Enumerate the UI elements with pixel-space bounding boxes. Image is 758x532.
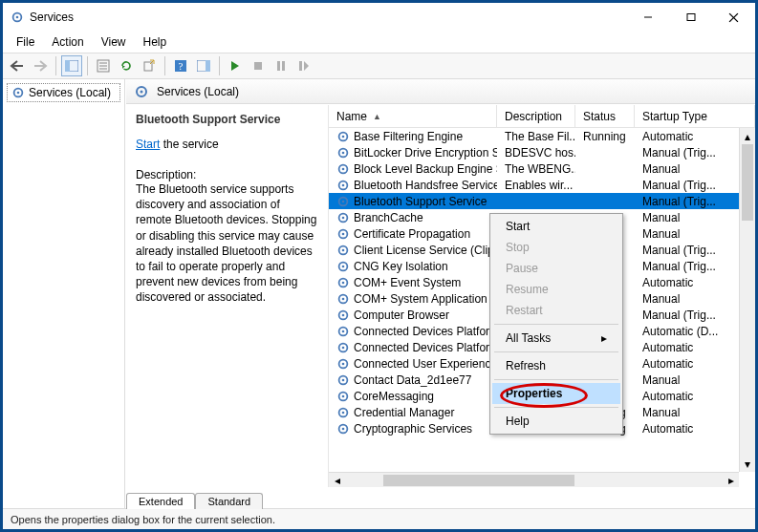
service-name: Connected Devices Platform ... bbox=[354, 341, 497, 354]
cm-refresh[interactable]: Refresh bbox=[492, 355, 620, 376]
service-row[interactable]: Base Filtering EngineThe Base Fil...Runn… bbox=[329, 128, 739, 144]
start-service-button[interactable] bbox=[225, 55, 246, 76]
scrollbar-thumb-h[interactable] bbox=[383, 475, 574, 486]
properties-button[interactable] bbox=[93, 55, 114, 76]
chevron-right-icon: ▸ bbox=[601, 331, 607, 345]
svg-rect-18 bbox=[277, 61, 280, 71]
svg-point-22 bbox=[17, 92, 20, 95]
service-icon bbox=[336, 341, 350, 354]
service-icon bbox=[336, 244, 350, 257]
service-name: Credential Manager bbox=[354, 406, 454, 419]
svg-rect-20 bbox=[299, 61, 302, 71]
cm-help[interactable]: Help bbox=[492, 411, 620, 432]
service-icon bbox=[336, 227, 350, 241]
service-icon bbox=[336, 162, 350, 176]
service-startup: Automatic bbox=[635, 276, 739, 289]
services-window: Services File Action View Help ? bbox=[0, 0, 758, 532]
menu-help[interactable]: Help bbox=[136, 33, 175, 51]
close-button[interactable] bbox=[712, 3, 755, 32]
svg-rect-7 bbox=[65, 60, 70, 72]
service-name: Connected Devices Platform ... bbox=[354, 325, 497, 338]
pause-service-button[interactable] bbox=[271, 55, 292, 76]
show-hide-action-button[interactable] bbox=[193, 55, 214, 76]
cm-start[interactable]: Start bbox=[492, 216, 620, 237]
cm-all-tasks[interactable]: All Tasks▸ bbox=[492, 328, 620, 349]
menu-action[interactable]: Action bbox=[44, 33, 91, 51]
show-hide-tree-button[interactable] bbox=[61, 55, 82, 76]
service-row[interactable]: Block Level Backup Engine Se...The WBENG… bbox=[329, 160, 739, 177]
title-bar: Services bbox=[3, 3, 755, 32]
help-button[interactable]: ? bbox=[170, 55, 191, 76]
svg-rect-16 bbox=[206, 60, 210, 72]
service-name: Contact Data_2d1ee77 bbox=[354, 373, 471, 387]
restart-service-button[interactable] bbox=[293, 55, 314, 76]
service-status: Running bbox=[575, 130, 635, 143]
column-description[interactable]: Description bbox=[497, 105, 575, 127]
service-row[interactable]: Bluetooth Support ServiceManual (Trig... bbox=[329, 193, 739, 209]
menu-bar: File Action View Help bbox=[3, 32, 755, 53]
menu-view[interactable]: View bbox=[94, 33, 134, 51]
maximize-button[interactable] bbox=[669, 3, 712, 32]
service-icon bbox=[336, 357, 350, 371]
service-row[interactable]: BitLocker Drive Encryption Se...BDESVC h… bbox=[329, 144, 739, 160]
sort-asc-icon: ▲ bbox=[373, 112, 381, 121]
service-name: BitLocker Drive Encryption Se... bbox=[354, 146, 497, 160]
svg-point-26 bbox=[342, 135, 345, 138]
refresh-button[interactable] bbox=[116, 55, 137, 76]
minimize-button[interactable] bbox=[626, 3, 669, 32]
cm-properties[interactable]: Properties bbox=[492, 383, 620, 404]
scroll-down-icon[interactable]: ▾ bbox=[740, 456, 755, 472]
service-name: BranchCache bbox=[354, 211, 423, 224]
forward-button[interactable] bbox=[30, 55, 51, 76]
service-icon bbox=[336, 390, 350, 403]
service-startup: Manual bbox=[635, 373, 739, 387]
service-name: Base Filtering Engine bbox=[354, 130, 463, 143]
service-icon bbox=[336, 373, 350, 387]
service-name: Certificate Propagation bbox=[354, 227, 470, 241]
view-tabs: Extended Standard bbox=[126, 487, 755, 508]
scroll-right-icon[interactable]: ▸ bbox=[723, 473, 739, 488]
column-status[interactable]: Status bbox=[575, 105, 635, 127]
svg-point-38 bbox=[342, 232, 345, 235]
tree-item-services-local[interactable]: Services (Local) bbox=[7, 83, 120, 102]
back-button[interactable] bbox=[7, 55, 28, 76]
content-header: Services (Local) bbox=[126, 79, 755, 104]
scrollbar-thumb[interactable] bbox=[742, 144, 753, 221]
stop-service-button[interactable] bbox=[248, 55, 269, 76]
svg-point-46 bbox=[342, 297, 345, 300]
svg-point-60 bbox=[342, 411, 345, 414]
cm-restart: Restart bbox=[492, 300, 620, 321]
service-icon bbox=[336, 276, 350, 289]
svg-rect-19 bbox=[282, 61, 285, 71]
start-service-link[interactable]: Start bbox=[136, 138, 160, 151]
export-button[interactable] bbox=[139, 55, 160, 76]
service-icon bbox=[336, 292, 350, 306]
vertical-scrollbar[interactable]: ▴ ▾ bbox=[739, 128, 755, 472]
app-icon bbox=[11, 11, 24, 24]
service-icon bbox=[336, 406, 350, 419]
tab-extended[interactable]: Extended bbox=[126, 493, 195, 509]
horizontal-scrollbar[interactable]: ◂ ▸ bbox=[329, 472, 739, 488]
tree-item-label: Services (Local) bbox=[29, 86, 111, 99]
svg-point-32 bbox=[342, 183, 345, 186]
scroll-left-icon[interactable]: ◂ bbox=[329, 473, 345, 488]
tab-standard[interactable]: Standard bbox=[195, 493, 263, 509]
column-name[interactable]: Name▲ bbox=[329, 105, 497, 127]
start-suffix: the service bbox=[160, 138, 218, 151]
svg-point-36 bbox=[342, 216, 345, 219]
svg-point-56 bbox=[342, 378, 345, 381]
service-icon bbox=[336, 195, 350, 208]
service-startup: Automatic bbox=[635, 130, 739, 143]
service-startup: Manual bbox=[635, 162, 739, 176]
service-startup: Automatic bbox=[635, 341, 739, 354]
column-startup[interactable]: Startup Type bbox=[635, 105, 755, 127]
service-name: Client License Service (ClipSV bbox=[354, 244, 497, 257]
svg-point-62 bbox=[342, 427, 345, 430]
service-startup: Manual (Trig... bbox=[635, 146, 739, 160]
toolbar: ? bbox=[3, 53, 755, 79]
service-row[interactable]: Bluetooth Handsfree ServiceEnables wir..… bbox=[329, 177, 739, 193]
menu-file[interactable]: File bbox=[9, 33, 42, 51]
scroll-up-icon[interactable]: ▴ bbox=[740, 128, 755, 144]
svg-rect-3 bbox=[687, 14, 695, 21]
svg-point-1 bbox=[16, 16, 19, 19]
